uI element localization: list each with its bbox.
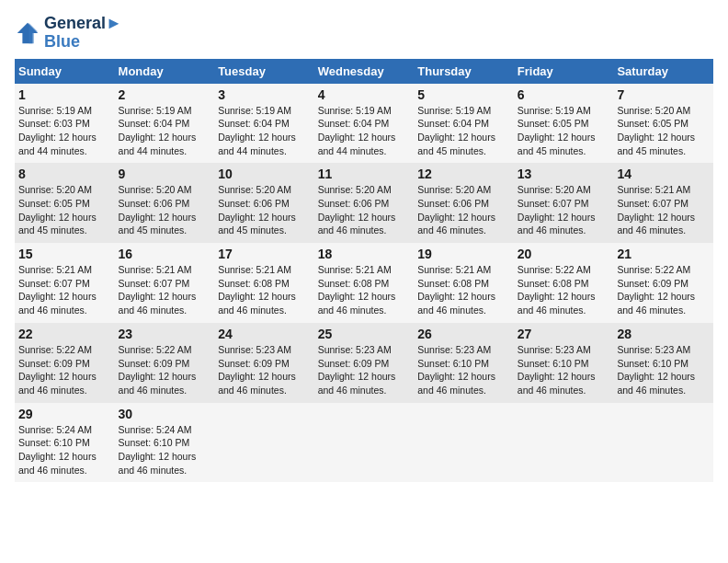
- day-number: 29: [18, 407, 111, 421]
- day-number: 8: [18, 167, 111, 181]
- day-number: 4: [318, 87, 411, 102]
- day-number: 9: [119, 167, 211, 181]
- weekday-header: Thursday: [414, 59, 514, 84]
- calendar-cell: 14 Sunrise: 5:21 AM Sunset: 6:07 PM Dayl…: [613, 163, 713, 243]
- day-info: Sunrise: 5:19 AM Sunset: 6:04 PM Dayligh…: [119, 104, 211, 158]
- day-info: Sunrise: 5:19 AM Sunset: 6:04 PM Dayligh…: [218, 104, 311, 158]
- day-info: Sunrise: 5:24 AM Sunset: 6:10 PM Dayligh…: [119, 423, 211, 477]
- day-info: Sunrise: 5:23 AM Sunset: 6:09 PM Dayligh…: [318, 343, 411, 397]
- day-info: Sunrise: 5:21 AM Sunset: 6:07 PM Dayligh…: [617, 183, 710, 237]
- calendar-cell: 6 Sunrise: 5:19 AM Sunset: 6:05 PM Dayli…: [514, 84, 614, 164]
- logo-text: General► Blue: [44, 15, 122, 52]
- day-number: 18: [318, 247, 411, 261]
- weekday-header: Sunday: [15, 59, 115, 84]
- calendar-cell: [414, 403, 514, 483]
- calendar-cell: 8 Sunrise: 5:20 AM Sunset: 6:05 PM Dayli…: [15, 163, 115, 243]
- day-info: Sunrise: 5:20 AM Sunset: 6:06 PM Dayligh…: [218, 183, 311, 237]
- day-number: 20: [518, 247, 610, 261]
- day-number: 26: [417, 327, 510, 341]
- calendar-cell: 25 Sunrise: 5:23 AM Sunset: 6:09 PM Dayl…: [314, 323, 415, 403]
- calendar-cell: 27 Sunrise: 5:23 AM Sunset: 6:10 PM Dayl…: [514, 323, 614, 403]
- day-info: Sunrise: 5:21 AM Sunset: 6:08 PM Dayligh…: [218, 263, 311, 317]
- day-info: Sunrise: 5:21 AM Sunset: 6:08 PM Dayligh…: [417, 263, 510, 317]
- calendar-cell: 5 Sunrise: 5:19 AM Sunset: 6:04 PM Dayli…: [414, 84, 514, 164]
- day-info: Sunrise: 5:23 AM Sunset: 6:10 PM Dayligh…: [518, 343, 610, 397]
- header: General► Blue: [15, 15, 713, 52]
- day-number: 13: [518, 167, 610, 181]
- day-number: 30: [119, 407, 211, 421]
- weekday-header: Wednesday: [314, 59, 415, 84]
- day-number: 14: [617, 167, 710, 181]
- weekday-header: Tuesday: [214, 59, 314, 84]
- calendar-cell: 1 Sunrise: 5:19 AM Sunset: 6:03 PM Dayli…: [15, 84, 115, 164]
- calendar-cell: 2 Sunrise: 5:19 AM Sunset: 6:04 PM Dayli…: [115, 84, 215, 164]
- day-info: Sunrise: 5:20 AM Sunset: 6:06 PM Dayligh…: [417, 183, 510, 237]
- calendar-cell: 11 Sunrise: 5:20 AM Sunset: 6:06 PM Dayl…: [314, 163, 415, 243]
- day-number: 1: [18, 87, 111, 102]
- day-info: Sunrise: 5:20 AM Sunset: 6:06 PM Dayligh…: [119, 183, 211, 237]
- calendar-cell: 26 Sunrise: 5:23 AM Sunset: 6:10 PM Dayl…: [414, 323, 514, 403]
- calendar-cell: 29 Sunrise: 5:24 AM Sunset: 6:10 PM Dayl…: [15, 403, 115, 483]
- day-info: Sunrise: 5:20 AM Sunset: 6:05 PM Dayligh…: [617, 104, 710, 158]
- day-number: 22: [18, 327, 111, 341]
- day-info: Sunrise: 5:22 AM Sunset: 6:08 PM Dayligh…: [518, 263, 610, 317]
- calendar-cell: 23 Sunrise: 5:22 AM Sunset: 6:09 PM Dayl…: [115, 323, 215, 403]
- calendar-cell: 20 Sunrise: 5:22 AM Sunset: 6:08 PM Dayl…: [514, 243, 614, 323]
- day-info: Sunrise: 5:20 AM Sunset: 6:06 PM Dayligh…: [318, 183, 411, 237]
- calendar-cell: [214, 403, 314, 483]
- calendar-cell: 7 Sunrise: 5:20 AM Sunset: 6:05 PM Dayli…: [613, 84, 713, 164]
- day-number: 28: [617, 327, 710, 341]
- calendar-cell: 16 Sunrise: 5:21 AM Sunset: 6:07 PM Dayl…: [115, 243, 215, 323]
- logo-icon: [15, 20, 40, 46]
- day-number: 10: [218, 167, 311, 181]
- day-info: Sunrise: 5:19 AM Sunset: 6:05 PM Dayligh…: [518, 104, 610, 158]
- day-info: Sunrise: 5:23 AM Sunset: 6:10 PM Dayligh…: [417, 343, 510, 397]
- day-number: 16: [119, 247, 211, 261]
- logo: General► Blue: [15, 15, 122, 52]
- weekday-header: Friday: [514, 59, 614, 84]
- day-number: 19: [417, 247, 510, 261]
- day-number: 21: [617, 247, 710, 261]
- day-info: Sunrise: 5:22 AM Sunset: 6:09 PM Dayligh…: [617, 263, 710, 317]
- calendar-cell: 15 Sunrise: 5:21 AM Sunset: 6:07 PM Dayl…: [15, 243, 115, 323]
- svg-marker-0: [17, 23, 38, 43]
- calendar-cell: 12 Sunrise: 5:20 AM Sunset: 6:06 PM Dayl…: [414, 163, 514, 243]
- day-number: 27: [518, 327, 610, 341]
- day-info: Sunrise: 5:23 AM Sunset: 6:10 PM Dayligh…: [617, 343, 710, 397]
- day-info: Sunrise: 5:21 AM Sunset: 6:07 PM Dayligh…: [119, 263, 211, 317]
- calendar-cell: 17 Sunrise: 5:21 AM Sunset: 6:08 PM Dayl…: [214, 243, 314, 323]
- day-number: 11: [318, 167, 411, 181]
- calendar-cell: 13 Sunrise: 5:20 AM Sunset: 6:07 PM Dayl…: [514, 163, 614, 243]
- day-number: 3: [218, 87, 311, 102]
- day-number: 17: [218, 247, 311, 261]
- calendar-cell: 9 Sunrise: 5:20 AM Sunset: 6:06 PM Dayli…: [115, 163, 215, 243]
- day-info: Sunrise: 5:24 AM Sunset: 6:10 PM Dayligh…: [18, 423, 111, 477]
- day-number: 2: [119, 87, 211, 102]
- day-info: Sunrise: 5:20 AM Sunset: 6:07 PM Dayligh…: [518, 183, 610, 237]
- calendar-week-row: 8 Sunrise: 5:20 AM Sunset: 6:05 PM Dayli…: [15, 163, 713, 243]
- calendar-cell: 24 Sunrise: 5:23 AM Sunset: 6:09 PM Dayl…: [214, 323, 314, 403]
- weekday-header-row: SundayMondayTuesdayWednesdayThursdayFrid…: [15, 59, 713, 84]
- weekday-header: Monday: [115, 59, 215, 84]
- calendar-cell: 3 Sunrise: 5:19 AM Sunset: 6:04 PM Dayli…: [214, 84, 314, 164]
- calendar-cell: [514, 403, 614, 483]
- calendar-week-row: 1 Sunrise: 5:19 AM Sunset: 6:03 PM Dayli…: [15, 84, 713, 164]
- calendar-week-row: 29 Sunrise: 5:24 AM Sunset: 6:10 PM Dayl…: [15, 403, 713, 483]
- calendar-cell: [314, 403, 415, 483]
- day-number: 5: [417, 87, 510, 102]
- day-info: Sunrise: 5:22 AM Sunset: 6:09 PM Dayligh…: [119, 343, 211, 397]
- day-info: Sunrise: 5:19 AM Sunset: 6:04 PM Dayligh…: [417, 104, 510, 158]
- day-info: Sunrise: 5:19 AM Sunset: 6:03 PM Dayligh…: [18, 104, 111, 158]
- calendar-cell: 18 Sunrise: 5:21 AM Sunset: 6:08 PM Dayl…: [314, 243, 415, 323]
- calendar-cell: 28 Sunrise: 5:23 AM Sunset: 6:10 PM Dayl…: [613, 323, 713, 403]
- day-number: 23: [119, 327, 211, 341]
- day-number: 7: [617, 87, 710, 102]
- day-number: 12: [417, 167, 510, 181]
- calendar-cell: 21 Sunrise: 5:22 AM Sunset: 6:09 PM Dayl…: [613, 243, 713, 323]
- calendar-cell: 22 Sunrise: 5:22 AM Sunset: 6:09 PM Dayl…: [15, 323, 115, 403]
- day-number: 6: [518, 87, 610, 102]
- day-info: Sunrise: 5:21 AM Sunset: 6:08 PM Dayligh…: [318, 263, 411, 317]
- calendar-cell: 4 Sunrise: 5:19 AM Sunset: 6:04 PM Dayli…: [314, 84, 415, 164]
- calendar-week-row: 15 Sunrise: 5:21 AM Sunset: 6:07 PM Dayl…: [15, 243, 713, 323]
- calendar-cell: 30 Sunrise: 5:24 AM Sunset: 6:10 PM Dayl…: [115, 403, 215, 483]
